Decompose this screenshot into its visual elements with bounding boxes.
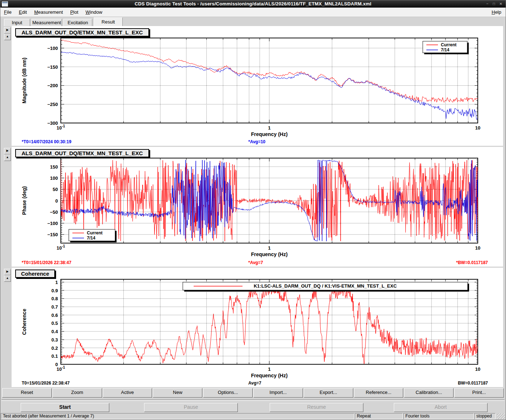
svg-text:0.9: 0.9 xyxy=(51,288,58,293)
svg-text:Magnitude (dB nm): Magnitude (dB nm) xyxy=(21,58,27,103)
svg-text:0.5: 0.5 xyxy=(51,321,58,326)
plot-pop-button[interactable]: ▶ xyxy=(4,269,11,275)
svg-text:0.2: 0.2 xyxy=(51,345,58,351)
plot-title-box: ALS_DARM_OUT_DQ/ETMX_MN_TEST_L_EXC xyxy=(15,28,149,37)
plot-pop-button[interactable]: ▶ xyxy=(4,27,11,34)
status-state: stopped xyxy=(474,413,496,419)
svg-text:−100: −100 xyxy=(47,46,58,51)
svg-text:0.3: 0.3 xyxy=(51,337,58,343)
svg-text:Frequency (Hz): Frequency (Hz) xyxy=(251,251,287,257)
svg-text:0: 0 xyxy=(55,198,58,204)
tab-input[interactable]: Input xyxy=(4,19,30,26)
tab-result[interactable]: Result xyxy=(94,17,123,26)
abort-button[interactable]: Abort xyxy=(394,403,488,412)
svg-text:1: 1 xyxy=(268,125,270,131)
svg-text:Coherence: Coherence xyxy=(21,309,27,335)
svg-text:1: 1 xyxy=(268,245,270,251)
calibration-button[interactable]: Calibration... xyxy=(404,388,454,398)
svg-text:10-1: 10-1 xyxy=(56,244,65,251)
pad-magnitude: −100−150−200−250−30010-1110Frequency (Hz… xyxy=(3,26,503,146)
tab-excitation[interactable]: Excitation xyxy=(63,19,92,26)
tab-strip: Input Measurement Excitation Result xyxy=(0,17,506,26)
svg-text:10: 10 xyxy=(475,125,480,131)
resume-button[interactable]: Resume xyxy=(270,403,363,412)
maximize-button[interactable]: □ xyxy=(493,2,495,6)
svg-text:0.6: 0.6 xyxy=(51,313,58,318)
svg-text:1: 1 xyxy=(55,280,58,285)
footer-avg: Avg=7 xyxy=(248,381,261,386)
minimize-button[interactable]: − xyxy=(486,2,489,6)
options-button[interactable]: Options... xyxy=(203,388,253,398)
active-button[interactable]: Active xyxy=(103,388,152,398)
menu-item-file[interactable]: File xyxy=(0,8,15,16)
zoom-button[interactable]: Zoom xyxy=(52,388,102,398)
svg-text:10: 10 xyxy=(475,366,480,372)
footer-bw: BW=0.0117187 xyxy=(458,381,488,386)
svg-text:7/14: 7/14 xyxy=(87,236,96,241)
svg-text:150: 150 xyxy=(50,164,58,170)
menu-item-plot[interactable]: Plot xyxy=(67,8,82,16)
start-button[interactable]: Start xyxy=(21,403,109,412)
window-titlebar[interactable]: CDS Diagnostic Test Tools - /users/Commi… xyxy=(0,0,506,8)
status-tools: Fourier tools xyxy=(403,413,474,419)
pad-phase: 150100500−50−100−15010-1110Frequency (Hz… xyxy=(3,147,503,267)
svg-text:Current: Current xyxy=(441,42,456,47)
pad-coherence: 10.90.80.70.60.50.40.30.20.1010-1110Freq… xyxy=(3,268,503,387)
svg-text:0.4: 0.4 xyxy=(51,329,58,334)
resize-grip[interactable] xyxy=(497,413,505,419)
footer-avg: *Avg=10 xyxy=(248,139,265,144)
svg-text:100: 100 xyxy=(50,175,58,181)
coherence-plot-canvas: 10.90.80.70.60.50.40.30.20.1010-1110Freq… xyxy=(3,268,503,387)
footer-t0: *T0=15/01/2026 22:38:47 xyxy=(22,260,71,265)
svg-text:0.7: 0.7 xyxy=(51,304,58,310)
import-button[interactable]: Import... xyxy=(253,388,303,398)
separator xyxy=(1,399,505,401)
svg-text:−150: −150 xyxy=(47,232,58,237)
footer-avg: *Avg=7 xyxy=(248,260,263,265)
window-title: CDS Diagnostic Test Tools - /users/Commi… xyxy=(0,1,506,7)
plot-up-button[interactable]: ▲ xyxy=(4,275,11,282)
svg-text:10: 10 xyxy=(475,245,480,251)
plot-up-button[interactable]: ▲ xyxy=(4,34,11,40)
svg-text:10-1: 10-1 xyxy=(56,365,65,372)
plot-pop-button[interactable]: ▶ xyxy=(4,148,11,154)
plot-title-box: ALS_DARM_OUT_DQ/ETMX_MN_TEST_L_EXC xyxy=(15,149,149,157)
reset-button[interactable]: Reset xyxy=(2,388,52,398)
menu-item-window[interactable]: Window xyxy=(82,8,106,16)
reference-button[interactable]: Reference... xyxy=(354,388,404,398)
new-button[interactable]: New xyxy=(153,388,202,398)
plot-toolbar: Reset Zoom Active New Options... Import.… xyxy=(2,388,504,398)
svg-text:Phase (deg): Phase (deg) xyxy=(21,186,27,215)
svg-text:K1:LSC-ALS_DARM_OUT_DQ / K1:VI: K1:LSC-ALS_DARM_OUT_DQ / K1:VIS-ETMX_MN_… xyxy=(254,283,397,289)
print-button[interactable]: Print... xyxy=(454,388,504,398)
menu-item-edit[interactable]: Edit xyxy=(15,8,30,16)
status-message: Test aborted (after Measurement 1 / Aver… xyxy=(1,413,354,419)
status-repeat: Repeat xyxy=(355,413,403,419)
phase-plot-canvas: 150100500−50−100−15010-1110Frequency (Hz… xyxy=(3,147,503,267)
close-button[interactable]: ✕ xyxy=(499,2,502,6)
menu-item-measurement[interactable]: Measurement xyxy=(30,8,67,16)
svg-text:0.8: 0.8 xyxy=(51,296,58,301)
svg-text:10-1: 10-1 xyxy=(56,124,65,131)
magnitude-plot-canvas: −100−150−200−250−30010-1110Frequency (Hz… xyxy=(3,26,503,146)
footer-t0: *T0=14/07/2024 00:30:19 xyxy=(22,139,71,144)
menubar: File Edit Measurement Plot Window Help xyxy=(0,8,506,17)
menu-item-help[interactable]: Help xyxy=(487,8,506,16)
svg-text:Frequency (Hz): Frequency (Hz) xyxy=(251,373,287,378)
svg-text:Current: Current xyxy=(87,230,102,236)
export-button[interactable]: Export... xyxy=(304,388,353,398)
svg-text:50: 50 xyxy=(53,187,58,192)
svg-text:0.1: 0.1 xyxy=(51,353,58,359)
plot-up-button[interactable]: ▲ xyxy=(4,154,11,161)
svg-text:−200: −200 xyxy=(47,83,58,88)
svg-text:−100: −100 xyxy=(47,221,58,226)
footer-t0: T0=15/01/2026 22:38:47 xyxy=(22,381,69,386)
svg-text:−150: −150 xyxy=(47,64,58,70)
svg-text:1: 1 xyxy=(268,366,270,372)
svg-text:−50: −50 xyxy=(50,209,58,215)
pause-button[interactable]: Pause xyxy=(144,403,238,412)
tab-measurement[interactable]: Measurement xyxy=(31,19,62,26)
footer-bw: *BW=0.0117187 xyxy=(456,260,488,265)
plot-title-box: Coherence xyxy=(15,270,55,278)
svg-text:Frequency (Hz): Frequency (Hz) xyxy=(251,131,287,137)
